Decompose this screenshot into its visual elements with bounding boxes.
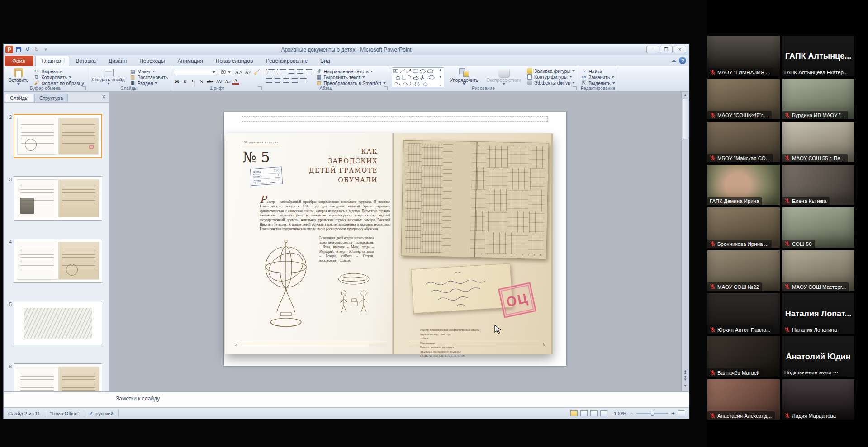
change-case-button[interactable]: Аа	[224, 78, 231, 85]
font-dialog-launcher[interactable]	[258, 86, 262, 90]
new-slide-button[interactable]: Создать слайд	[90, 68, 127, 85]
font-name-combobox[interactable]	[174, 69, 217, 75]
paste-button[interactable]: Вставить	[6, 68, 31, 85]
format-painter-button[interactable]: 🖌Формат по образцу	[34, 80, 84, 86]
ribbon-tab-1[interactable]: Файл	[5, 56, 33, 66]
quick-styles-button[interactable]: Экспресс-стили	[484, 68, 523, 85]
reading-view-icon[interactable]	[590, 410, 598, 416]
vertical-scrollbar[interactable]: ▲ ▲▲ ▼▼ ▼	[681, 92, 689, 391]
text-direction-button[interactable]: ⇵Направление текста	[316, 68, 385, 74]
notes-pane[interactable]: Заметки к слайду	[4, 391, 689, 407]
zoom-out-icon[interactable]: −	[629, 410, 634, 417]
participant-tile-3[interactable]: МАОУ "СОШ№45"г....	[707, 79, 780, 119]
reset-button[interactable]: ▥Восстановить	[130, 74, 168, 80]
clipboard-dialog-launcher[interactable]	[82, 86, 86, 90]
slide-thumbnail-5[interactable]	[14, 301, 102, 345]
strikethrough-button[interactable]: abc	[206, 78, 214, 85]
select-button[interactable]: ⇱Выделить	[581, 80, 615, 86]
normal-view-icon[interactable]	[570, 410, 578, 416]
fit-to-window-icon[interactable]	[678, 410, 685, 416]
replace-button[interactable]: abЗаменить	[581, 74, 615, 80]
participant-tile-6[interactable]: МАОУ СОШ 55 г. Пе...	[782, 122, 854, 162]
panel-close-icon[interactable]: ✕	[102, 94, 106, 100]
participant-tile-14[interactable]: Наталия Лопат...Наталия Лопатина	[782, 293, 854, 334]
participant-tile-2[interactable]: ГАПК Алтынце...ГАПК Алтынцева Екатер...	[782, 36, 854, 76]
zoom-slider[interactable]	[636, 413, 668, 414]
close-button[interactable]: ×	[674, 46, 686, 53]
align-text-button[interactable]: ▦Выровнять текст	[316, 74, 385, 80]
shape-fill-button[interactable]: Заливка фигуры	[527, 68, 575, 74]
restore-button[interactable]: ❒	[660, 46, 673, 53]
participant-tile-11[interactable]: МАОУ СОШ №22	[707, 250, 780, 291]
slide-sorter-icon[interactable]	[580, 410, 588, 416]
drawing-dialog-launcher[interactable]	[573, 86, 577, 90]
empty-title-placeholder[interactable]	[242, 116, 548, 122]
zoom-in-icon[interactable]: +	[671, 410, 675, 417]
participant-tile-15[interactable]: Балтачёв Матвей	[707, 336, 780, 377]
participant-tile-18[interactable]: Лидия Марданова	[782, 379, 854, 420]
participant-tile-1[interactable]: МАОУ "ГИМНАЗИЯ ...	[707, 36, 780, 76]
participant-tile-7[interactable]: ГАПК Демина Ирина	[707, 165, 780, 205]
find-button[interactable]: ⌕Найти	[581, 68, 615, 74]
font-size-combobox[interactable]: 60	[219, 69, 232, 75]
participant-tile-8[interactable]: Елена Кычева	[782, 165, 854, 205]
slide-canvas[interactable]: Мгновения истории № 5 Фонд550опись1дело1…	[224, 112, 566, 366]
paragraph-dialog-launcher[interactable]	[384, 86, 388, 90]
ribbon-tab-5[interactable]: Переходы	[133, 56, 171, 66]
bold-button[interactable]: Ж	[174, 78, 180, 85]
numbering-icon[interactable]	[280, 69, 286, 74]
text-shadow-button[interactable]: S	[198, 78, 205, 85]
participant-tile-5[interactable]: МБОУ "Майская СО...	[707, 122, 780, 162]
layout-button[interactable]: ▤Макет	[130, 68, 168, 74]
tab-slides[interactable]: Слайды	[5, 94, 33, 102]
columns-icon[interactable]	[300, 78, 307, 83]
font-color-button[interactable]: А	[232, 78, 239, 85]
slide-thumbnail-4[interactable]	[14, 239, 102, 283]
copy-button[interactable]: ⧉Копировать	[34, 74, 84, 80]
participant-tile-13[interactable]: Юркин Антон Павло...	[707, 293, 780, 334]
participant-tile-10[interactable]: СОШ 50	[782, 207, 854, 248]
next-slide-button[interactable]: ▼▼	[683, 376, 687, 381]
help-icon[interactable]: ?	[679, 57, 686, 64]
minimize-button[interactable]: –	[646, 46, 659, 53]
underline-button[interactable]: Ч	[190, 78, 197, 85]
ribbon-tab-3[interactable]: Вставка	[69, 56, 102, 66]
scroll-up-icon[interactable]: ▲	[682, 92, 689, 99]
ribbon-tab-9[interactable]: Вид	[314, 56, 337, 66]
bullets-icon[interactable]	[268, 69, 275, 74]
decrease-indent-icon[interactable]	[289, 69, 294, 74]
slideshow-icon[interactable]	[600, 410, 607, 416]
participant-tile-4[interactable]: Бурдина ИВ МАОУ "...	[782, 79, 854, 119]
shape-outline-button[interactable]: Контур фигуры	[527, 74, 575, 80]
participant-tile-9[interactable]: Бронникова Ирина ...	[707, 207, 780, 248]
shrink-font-button[interactable]: A˅	[245, 69, 251, 75]
align-right-icon[interactable]	[283, 78, 289, 83]
increase-indent-icon[interactable]	[297, 69, 303, 74]
slide-thumbnail-2[interactable]	[14, 114, 102, 158]
slide-thumbnail-6[interactable]	[14, 363, 102, 391]
italic-button[interactable]: К	[182, 78, 189, 85]
smartart-button[interactable]: ▧Преобразовать в SmartArt	[316, 80, 385, 86]
spellcheck-icon[interactable]: ✓	[89, 410, 93, 417]
participant-tile-16[interactable]: Анатолий ЮдинПодключение звука ⋯	[782, 336, 854, 377]
shape-effects-button[interactable]: Эффекты фигур	[527, 80, 575, 85]
align-left-icon[interactable]	[266, 78, 272, 83]
cut-button[interactable]: ✂Вырезать	[34, 68, 84, 74]
scrollbar-thumb[interactable]	[683, 99, 688, 139]
collapse-ribbon-icon[interactable]	[672, 59, 676, 62]
participant-tile-12[interactable]: МАОУ СОШ Мастерг...	[782, 250, 854, 291]
tab-outline[interactable]: Структура	[34, 94, 68, 102]
ribbon-tab-6[interactable]: Анимация	[171, 56, 209, 66]
section-button[interactable]: ≣Раздел	[130, 80, 168, 86]
scroll-down-icon[interactable]: ▼	[682, 382, 689, 389]
line-spacing-icon[interactable]	[306, 69, 312, 74]
shapes-scrollbar[interactable]: ▲▼≡	[438, 68, 443, 87]
language-indicator[interactable]: русский	[95, 411, 113, 416]
shapes-gallery[interactable]: A {	[392, 67, 444, 87]
slide-thumbnail-3[interactable]	[14, 176, 102, 221]
previous-slide-button[interactable]: ▲▲	[683, 370, 687, 374]
ribbon-tab-7[interactable]: Показ слайдов	[209, 56, 260, 66]
zoom-slider-knob[interactable]	[651, 411, 654, 416]
clear-formatting-button[interactable]: 🧹	[253, 69, 261, 75]
arrange-button[interactable]: Упорядочить	[448, 68, 480, 85]
